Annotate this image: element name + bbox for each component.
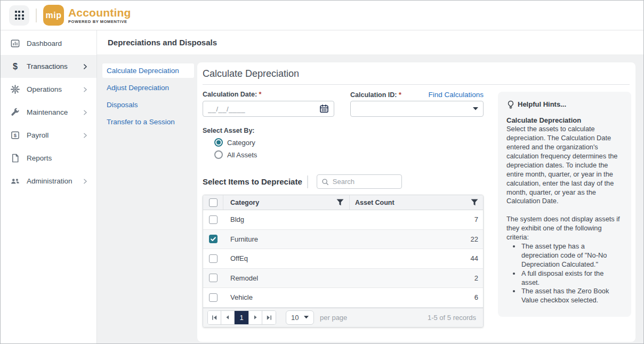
table-row[interactable]: Bldg 7: [203, 210, 483, 230]
hints-title: Helpful Hints...: [518, 100, 566, 109]
people-icon: [10, 176, 20, 186]
hints-bullet-item: A full disposal exists for the asset.: [521, 269, 623, 287]
top-header: mip Accounting POWERED BY MOMENTIVE: [1, 1, 643, 30]
sidebar-item-label: Payroll: [27, 131, 75, 139]
asset-count-cell: 2: [474, 274, 478, 282]
dropdown-caret-icon: [469, 104, 478, 114]
sidebar-item-label: Administration: [27, 177, 75, 185]
category-cell: OffEq: [230, 254, 248, 262]
row-checkbox[interactable]: [209, 293, 218, 302]
chevron-right-icon: [82, 132, 89, 139]
filter-icon[interactable]: [471, 199, 478, 206]
header-divider: [36, 9, 37, 22]
category-cell: Bldg: [230, 215, 244, 223]
app-launcher-button[interactable]: [9, 5, 29, 26]
row-checkbox[interactable]: [209, 235, 218, 243]
select-asset-by-label: Select Asset By:: [203, 127, 484, 134]
row-checkbox[interactable]: [209, 215, 218, 224]
subnav-item-adjust-depreciation[interactable]: Adjust Depreciation: [102, 81, 194, 95]
sidebar-item-reports[interactable]: Reports: [1, 147, 96, 170]
row-checkbox[interactable]: [209, 274, 218, 282]
last-page-button[interactable]: [262, 311, 276, 324]
sidebar-item-dashboard[interactable]: Dashboard: [1, 32, 96, 55]
sidebar-item-label: Operations: [27, 85, 75, 93]
sidebar-item-maintenance[interactable]: Maintenance: [1, 101, 96, 124]
radio-label: Category: [227, 139, 255, 147]
page-size-select[interactable]: 10: [286, 310, 314, 325]
wrench-icon: [10, 107, 20, 117]
hints-paragraph: The system does not display assets if th…: [506, 215, 623, 242]
radio-option-all-assets[interactable]: All Assets: [214, 150, 484, 159]
app-window: mip Accounting POWERED BY MOMENTIVE Dash…: [0, 0, 644, 344]
asset-count-column-header: Asset Count: [355, 199, 395, 206]
subnav-item-transfer-to-a-session[interactable]: Transfer to a Session: [102, 115, 194, 129]
radio-icon[interactable]: [214, 150, 223, 159]
calendar-icon[interactable]: [319, 104, 329, 114]
chevron-right-icon: [82, 63, 89, 70]
chevron-right-icon: [82, 86, 89, 93]
current-page-button[interactable]: 1: [235, 311, 249, 324]
brand-logo: mip Accounting POWERED BY MOMENTIVE: [43, 5, 131, 26]
radio-option-category[interactable]: Category: [214, 138, 484, 147]
items-section-title: Select Items to Depreciate: [203, 177, 302, 186]
calculation-date-input[interactable]: [208, 105, 319, 113]
find-calculations-link[interactable]: Find Calculations: [428, 91, 484, 99]
row-checkbox[interactable]: [209, 254, 218, 263]
page-title: Depreciations and Disposals: [97, 30, 643, 54]
subnav-item-calculate-depreciation[interactable]: Calculate Depreciation: [102, 63, 194, 78]
first-page-button[interactable]: [208, 311, 221, 324]
hints-subtitle: Calculate Depreciation: [506, 116, 623, 125]
svg-text:$: $: [13, 61, 18, 71]
gear-icon: [10, 84, 20, 94]
chevron-right-icon: [82, 178, 89, 185]
radio-icon[interactable]: [214, 138, 223, 147]
chevron-right-icon: [82, 109, 89, 116]
subnav-item-disposals[interactable]: Disposals: [102, 98, 194, 112]
select-all-checkbox[interactable]: [209, 198, 218, 207]
panel-title: Calculate Depreciation: [203, 68, 630, 84]
table-header: Category Asset Count: [203, 195, 483, 210]
category-cell: Vehicle: [230, 293, 253, 301]
category-cell: Furniture: [230, 235, 258, 243]
helpful-hints-panel: Helpful Hints... Calculate Depreciation …: [498, 92, 631, 317]
dollar-icon: $: [10, 61, 20, 71]
search-input[interactable]: [333, 178, 397, 186]
asset-count-cell: 44: [471, 254, 478, 262]
asset-count-cell: 6: [474, 293, 478, 301]
brand-tagline: POWERED BY MOMENTIVE: [68, 19, 131, 24]
radio-label: All Assets: [227, 151, 257, 159]
next-page-button[interactable]: [249, 311, 262, 324]
hints-bullet-item: The asset has the Zero Book Value checkb…: [521, 287, 623, 305]
table-row[interactable]: Furniture 22: [203, 230, 483, 250]
sidebar: Dashboard $ Transactions Operations Main…: [1, 30, 97, 343]
previous-page-button[interactable]: [221, 311, 235, 324]
hints-bullet-list: The asset type has a depreciation code o…: [506, 242, 623, 305]
panel-title-divider: [203, 84, 630, 85]
dropdown-caret-icon: [304, 316, 309, 319]
table-row[interactable]: OffEq 44: [203, 249, 483, 269]
calculate-depreciation-panel: Calculate Depreciation Calculation Date:…: [197, 62, 635, 342]
table-row[interactable]: Vehicle 6: [203, 288, 483, 308]
assets-table: Category Asset Count: [203, 195, 484, 327]
sidebar-item-label: Transactions: [27, 62, 75, 70]
filter-icon[interactable]: [336, 199, 344, 206]
sidebar-item-transactions[interactable]: $ Transactions: [1, 55, 96, 78]
dashboard-icon: [10, 38, 20, 49]
sidebar-item-label: Reports: [27, 154, 75, 162]
search-box[interactable]: [317, 174, 402, 189]
svg-text:$: $: [14, 132, 17, 138]
subnav: Calculate DepreciationAdjust Depreciatio…: [102, 63, 194, 132]
calculation-date-label: Calculation Date: *: [203, 91, 261, 98]
calculation-id-label: Calculation ID: *: [350, 91, 401, 99]
records-count-label: 1-5 of 5 records: [428, 314, 479, 322]
calculation-id-select[interactable]: [350, 101, 484, 117]
table-pagination: 1 10: [203, 308, 483, 327]
sidebar-item-label: Maintenance: [27, 108, 75, 116]
section-divider: [307, 175, 308, 188]
sidebar-item-administration[interactable]: Administration: [1, 170, 96, 193]
app-grid-icon: [15, 11, 24, 20]
table-row[interactable]: Remodel 2: [203, 269, 483, 289]
sidebar-item-payroll[interactable]: $ Payroll: [1, 124, 96, 147]
calculation-id-value[interactable]: [356, 105, 469, 113]
sidebar-item-operations[interactable]: Operations: [1, 78, 96, 101]
